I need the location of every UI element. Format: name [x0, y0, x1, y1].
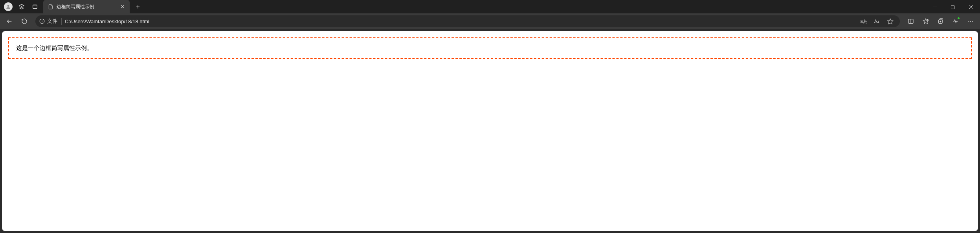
star-icon	[887, 18, 894, 25]
tab-close-button[interactable]: ✕	[119, 4, 126, 10]
url-prefix-label: 文件	[47, 18, 57, 25]
svg-rect-1	[33, 5, 37, 8]
back-button[interactable]	[2, 14, 17, 28]
split-screen-button[interactable]	[904, 14, 918, 28]
svg-point-21	[968, 21, 969, 22]
address-bar[interactable]: 文件 C:/Users/Wamtar/Desktop/18/18.html aあ	[35, 15, 900, 27]
star-plus-icon	[923, 18, 929, 24]
tab-actions-icon[interactable]	[28, 0, 42, 13]
text-size-icon	[874, 18, 880, 25]
svg-point-22	[970, 21, 971, 22]
favorite-button[interactable]	[884, 15, 896, 27]
profile-button[interactable]	[2, 0, 15, 13]
workspaces-icon[interactable]	[15, 0, 28, 13]
collections-icon	[938, 18, 944, 24]
site-info[interactable]: 文件	[39, 18, 62, 25]
maximize-button[interactable]	[944, 0, 962, 13]
svg-point-23	[972, 21, 973, 22]
window-controls	[926, 0, 980, 13]
minimize-button[interactable]	[926, 0, 944, 13]
settings-menu-button[interactable]	[963, 14, 978, 28]
status-dot	[958, 17, 960, 19]
collections-button[interactable]	[934, 14, 948, 28]
refresh-button[interactable]	[17, 14, 31, 28]
browser-toolbar: 文件 C:/Users/Wamtar/Desktop/18/18.html aあ	[0, 13, 980, 29]
bordered-example-box: 这是一个边框简写属性示例。	[8, 37, 972, 59]
svg-marker-12	[887, 18, 893, 24]
example-text: 这是一个边框简写属性示例。	[16, 44, 93, 51]
favorites-button[interactable]	[919, 14, 933, 28]
titlebar: 边框简写属性示例 ✕ ＋	[0, 0, 980, 13]
page-viewport: 这是一个边框简写属性示例。	[0, 29, 980, 233]
translate-label: aあ	[860, 18, 868, 25]
translate-button[interactable]: aあ	[859, 15, 869, 27]
url-text: C:/Users/Wamtar/Desktop/18/18.html	[65, 18, 855, 24]
read-aloud-button[interactable]	[871, 15, 883, 27]
titlebar-left: 边框简写属性示例 ✕ ＋	[0, 0, 144, 13]
info-icon	[39, 18, 45, 24]
tab-title: 边框简写属性示例	[57, 4, 116, 10]
new-tab-button[interactable]: ＋	[132, 1, 144, 13]
close-button[interactable]	[962, 0, 980, 13]
split-icon	[908, 18, 914, 24]
browser-tab[interactable]: 边框简写属性示例 ✕	[43, 0, 130, 13]
addressbar-actions: aあ	[859, 15, 896, 27]
browser-essentials-button[interactable]	[949, 14, 963, 28]
svg-point-11	[42, 20, 42, 20]
svg-rect-5	[951, 6, 954, 9]
file-icon	[48, 4, 53, 9]
page-content: 这是一个边框简写属性示例。	[2, 31, 978, 231]
svg-point-0	[7, 5, 9, 7]
profile-avatar	[4, 2, 13, 11]
more-icon	[967, 18, 974, 24]
